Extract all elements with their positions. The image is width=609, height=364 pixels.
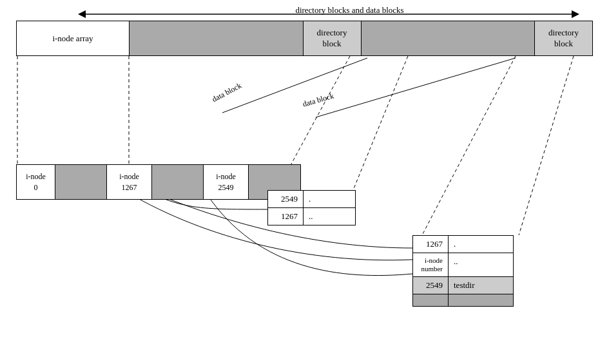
table1-row-1: 2549 . [268, 191, 355, 208]
svg-line-4 [353, 56, 408, 190]
table2-row-2: i-nodenumber .. [413, 253, 513, 277]
dir-block-cell-2: directoryblock [534, 21, 592, 55]
table1-row1-name: . [304, 191, 355, 207]
table2-row2-name: .. [449, 253, 500, 276]
table2-row-1: 1267 . [413, 236, 513, 253]
svg-line-8 [316, 58, 516, 117]
diagram: directory blocks and data blocks [0, 0, 609, 364]
data-block-label-1: data block [210, 81, 243, 105]
table2-row-3: 2549 testdir [413, 277, 513, 294]
data-block-label-2: data block [302, 91, 335, 110]
svg-line-5 [422, 56, 516, 235]
data-block-cell-2 [362, 21, 535, 55]
dir-table-2: 1267 . i-nodenumber .. 2549 testdir [412, 235, 514, 307]
table2-row-4 [413, 294, 513, 306]
top-label: directory blocks and data blocks [129, 5, 570, 15]
top-bar: i-node array directoryblock directoryblo… [16, 21, 593, 56]
inode-2549-cell: i-node2549 [204, 165, 249, 199]
inode-array-cell: i-node array [17, 21, 130, 55]
table1-row-2: 1267 .. [268, 208, 355, 225]
table2-row1-name: . [449, 236, 500, 253]
table1-row1-num: 2549 [268, 191, 304, 207]
table2-row4-num [413, 294, 449, 306]
svg-line-7 [222, 58, 367, 113]
table2-row2-num: i-nodenumber [413, 253, 449, 276]
table1-row2-num: 1267 [268, 208, 304, 225]
svg-line-6 [519, 56, 574, 235]
filler-cell-1 [130, 21, 304, 55]
inode-gray-2 [152, 165, 204, 199]
table2-row3-name: testdir [449, 277, 513, 294]
inode-gray-1 [55, 165, 107, 199]
dir-block-cell-1: directoryblock [304, 21, 362, 55]
inode-0-cell: i-node0 [17, 165, 55, 199]
inode-1267-cell: i-node1267 [107, 165, 152, 199]
table1-row2-name: .. [304, 208, 355, 225]
dir-table-1: 2549 . 1267 .. [267, 190, 356, 225]
inode-row: i-node0 i-node1267 i-node2549 [16, 164, 301, 200]
table2-row3-num: 2549 [413, 277, 449, 294]
table2-row4-name [449, 294, 513, 306]
table2-row1-num: 1267 [413, 236, 449, 253]
